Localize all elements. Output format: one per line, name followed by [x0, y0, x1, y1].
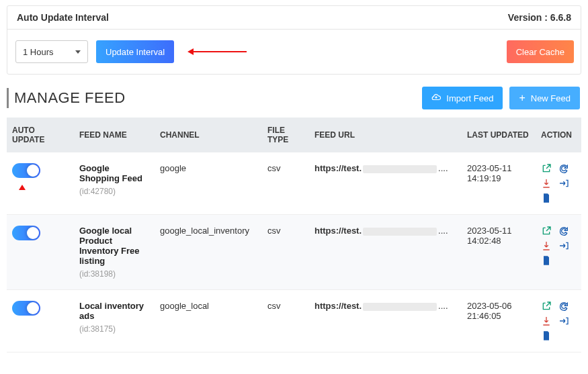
document-icon[interactable] [541, 193, 552, 203]
interval-select[interactable]: 1 Hours [15, 40, 88, 63]
auto-update-toggle[interactable] [12, 301, 40, 316]
annotation-arrow-icon [19, 185, 26, 190]
table-row: Google Shopping Feed (id:42780) google c… [7, 152, 581, 215]
update-interval-card: Auto Update Interval Version : 6.6.8 1 H… [7, 5, 581, 75]
feed-id: (id:42780) [79, 187, 116, 196]
open-icon[interactable] [541, 301, 552, 312]
feeds-table: AUTO UPDATE FEED NAME CHANNEL FILE TYPE … [7, 118, 581, 353]
export-icon[interactable] [558, 178, 569, 189]
feed-channel: google_local [155, 290, 262, 353]
col-last-updated: LAST UPDATED [462, 118, 536, 152]
table-row: Local inventory ads (id:38175) google_lo… [7, 290, 581, 353]
feed-last-updated: 2023-05-11 14:02:48 [462, 215, 536, 290]
card-title: Auto Update Interval [17, 12, 109, 23]
feed-url: https://test..... [309, 290, 462, 353]
feed-file-type: csv [262, 215, 309, 290]
refresh-icon[interactable] [558, 163, 569, 174]
cloud-download-icon [431, 93, 441, 104]
auto-update-toggle[interactable] [12, 226, 40, 240]
feed-name: Google local Product Inventory Free list… [79, 226, 149, 266]
feed-name: Google Shopping Feed [79, 163, 149, 183]
col-channel: CHANNEL [155, 118, 262, 152]
feed-id: (id:38198) [79, 269, 116, 279]
feed-name: Local inventory ads [79, 301, 149, 321]
open-icon[interactable] [541, 226, 552, 236]
export-icon[interactable] [558, 240, 569, 251]
feed-last-updated: 2023-05-11 14:19:19 [462, 152, 536, 215]
download-icon[interactable] [541, 240, 552, 251]
document-icon[interactable] [541, 255, 552, 266]
col-file-type: FILE TYPE [262, 118, 309, 152]
refresh-icon[interactable] [558, 301, 569, 312]
col-feed-name: FEED NAME [74, 118, 155, 152]
interval-value: 1 Hours [23, 47, 54, 57]
feed-id: (id:38175) [79, 324, 116, 334]
update-interval-button[interactable]: Update Interval [96, 40, 174, 63]
plus-icon: + [519, 93, 525, 103]
feed-url: https://test..... [309, 215, 462, 290]
annotation-arrow-icon [193, 51, 247, 52]
new-feed-button[interactable]: + New Feed [509, 87, 580, 109]
clear-cache-button[interactable]: Clear Cache [507, 40, 574, 63]
feed-last-updated: 2023-05-06 21:46:05 [462, 290, 536, 353]
download-icon[interactable] [541, 316, 552, 326]
feed-file-type: csv [262, 290, 309, 353]
col-auto-update: AUTO UPDATE [7, 118, 74, 152]
auto-update-toggle[interactable] [12, 163, 40, 178]
feed-channel: google_local_inventory [155, 215, 262, 290]
version-label: Version : 6.6.8 [508, 12, 571, 23]
section-title: MANAGE FEED [7, 88, 126, 108]
import-feed-button[interactable]: Import Feed [422, 87, 503, 109]
open-icon[interactable] [541, 163, 552, 174]
export-icon[interactable] [558, 316, 569, 326]
chevron-down-icon [75, 50, 81, 54]
refresh-icon[interactable] [558, 226, 569, 236]
feed-url: https://test..... [309, 152, 462, 215]
col-feed-url: FEED URL [309, 118, 462, 152]
download-icon[interactable] [541, 178, 552, 189]
feed-file-type: csv [262, 152, 309, 215]
table-row: Google local Product Inventory Free list… [7, 215, 581, 290]
col-action: ACTION [536, 118, 581, 152]
document-icon[interactable] [541, 330, 552, 341]
feed-channel: google [155, 152, 262, 215]
